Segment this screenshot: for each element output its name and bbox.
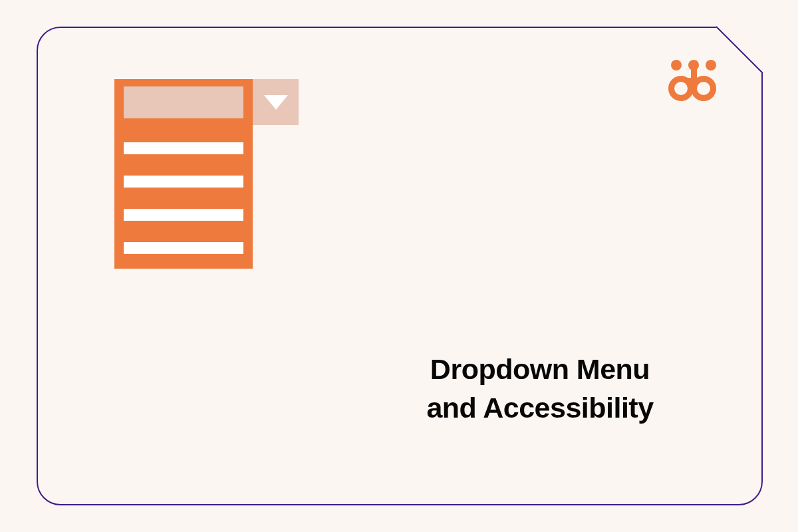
dropdown-field-frame <box>114 79 253 125</box>
chevron-down-icon <box>264 95 288 110</box>
ab-glyph <box>668 76 716 101</box>
letter-a-icon <box>668 76 694 101</box>
letter-b-icon <box>691 76 716 101</box>
dropdown-trigger <box>253 79 299 125</box>
title-line-2: and Accessibility <box>426 392 653 424</box>
dot-icon <box>706 60 716 70</box>
svg-line-0 <box>716 27 763 73</box>
dropdown-field <box>124 86 243 118</box>
brand-logo <box>668 60 716 101</box>
dropdown-list <box>114 125 253 269</box>
dot-icon <box>671 60 682 70</box>
dropdown-illustration <box>114 79 299 269</box>
title-line-1: Dropdown Menu <box>430 353 650 385</box>
list-item <box>124 142 243 154</box>
list-item <box>124 242 243 254</box>
list-item <box>124 176 243 188</box>
card-corner-line <box>716 27 763 73</box>
page-title: Dropdown Menu and Accessibility <box>384 350 696 427</box>
card-frame: Dropdown Menu and Accessibility <box>37 27 763 505</box>
list-item <box>124 209 243 221</box>
